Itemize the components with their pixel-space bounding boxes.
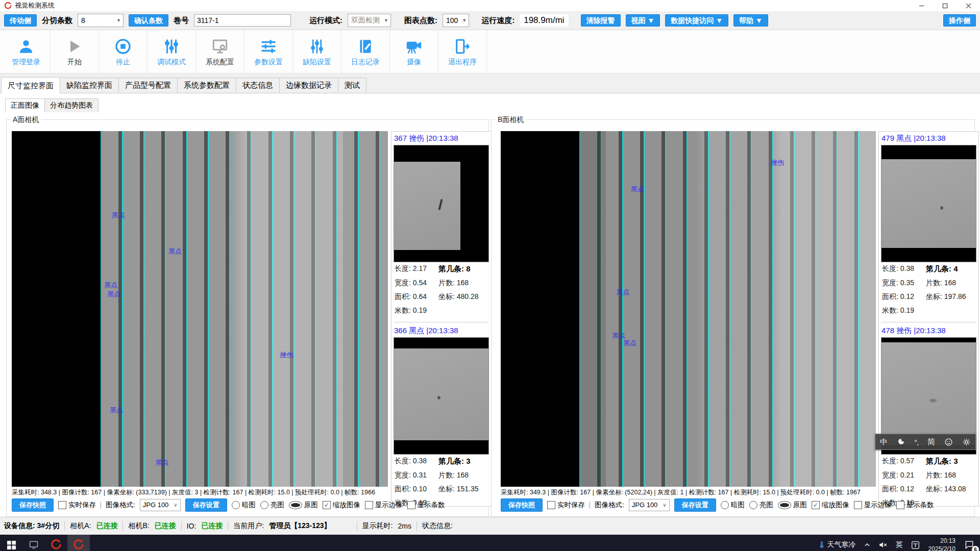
defect-mark [929,398,937,403]
show-count-checkbox[interactable]: 显示条数 [896,500,934,510]
exit-program-button[interactable]: 退出程序 [438,30,487,73]
volume-muted-icon[interactable] [875,535,891,551]
taskbar-app-icon-active[interactable] [67,535,90,551]
dark-image-radio[interactable]: 暗图 [721,500,745,510]
current-user-value: 管理员【123-123】 [269,521,331,531]
tab-defect-monitor[interactable]: 缺陷监控界面 [60,78,119,93]
defect-card[interactable]: 366 黑点 |20:13:38 长度: 0.38第几条: 3 宽度: 0.31… [394,322,489,510]
confirm-count-button[interactable]: 确认条数 [129,14,168,27]
image-format-select[interactable]: JPG 100∨ [629,499,670,511]
notification-badge: 6 [972,546,979,551]
debug-mode-button[interactable]: 调试模式 [148,30,196,73]
device-info-value: 3#分切 [37,521,60,530]
user-icon [16,37,36,56]
tab-trend-chart[interactable]: 分布趋势图表 [44,98,99,112]
help-menu-button[interactable]: 帮助 ▼ [733,14,768,27]
parameter-settings-button[interactable]: 参数设置 [244,30,293,73]
drive-side-button[interactable]: 传动侧 [4,14,37,27]
defect-card[interactable]: 478 挫伤 |20:13:38 长度: 0.57第几条: 3 宽度: 0.21… [881,322,976,510]
fullwidth-moon-icon[interactable] [897,438,905,446]
ime-simplified[interactable]: 简 [927,437,935,447]
run-speed-label: 运行速度: [481,16,514,26]
image-format-select[interactable]: JPG 100∨ [140,499,181,511]
data-quick-access-button[interactable]: 数据快捷访问 ▼ [665,14,728,27]
admin-login-button[interactable]: 管理登录 [2,30,51,73]
tab-status-info[interactable]: 状态信息 [236,78,280,93]
stop-button[interactable]: 停止 [99,30,148,73]
original-image-radio[interactable]: 原图 [289,500,318,510]
slit-count-select[interactable]: 8▼ [78,14,124,27]
camera-b-defect-panel: 479 黑点 |20:13:38 长度: 0.38第几条: 4 宽度: 0.35… [878,131,979,507]
camera-b-image[interactable]: 挫伤黑点黑点黑点黑点 [501,131,876,487]
show-count-checkbox[interactable]: 显示条数 [407,500,445,510]
weather-widget[interactable]: 天气寒冷 [815,535,860,551]
defect-card[interactable]: 367 挫伤 |20:13:38 长度: 2.17第几条: 8 宽度: 0.54… [394,133,489,317]
camera-b-status-line: 采集耗时: 349.3 | 图像计数: 167 | 像素坐标: (5202,24… [501,488,861,497]
camera-a-image[interactable]: 黑点黑点黑点黑点挫伤黑点黑点 [12,131,388,487]
app-logo-icon [4,2,12,10]
ime-tray-icon[interactable] [908,535,923,551]
camera-b-title: B面相机 [496,115,526,124]
original-image-radio[interactable]: 原图 [778,500,807,510]
bright-image-radio[interactable]: 亮图 [260,500,284,510]
defect-thumbnail [394,337,489,455]
defect-card[interactable]: 479 黑点 |20:13:38 长度: 0.38第几条: 4 宽度: 0.35… [881,133,976,317]
save-snapshot-button[interactable]: 保存快照 [501,498,543,512]
record-video-button[interactable]: 摄像 [390,30,438,73]
start-button[interactable]: 开始 [51,30,99,73]
bright-image-radio[interactable]: 亮图 [749,500,773,510]
minimize-button[interactable] [910,0,933,11]
save-snapshot-button[interactable]: 保存快照 [12,498,54,512]
divider [357,521,357,531]
run-mode-select[interactable]: 双面检测▼ [348,14,391,27]
strip-pattern [579,131,876,487]
monitor-gear-icon [210,37,230,56]
defect-overlay-label: 黑点 [110,406,123,415]
tab-system-param-config[interactable]: 系统参数配置 [177,78,236,93]
camera-a-status-line: 采集耗时: 348.3 | 图像计数: 167 | 像素坐标: (333,713… [12,488,375,497]
show-edge-checkbox[interactable]: 显示边缘 [365,500,403,510]
start-button[interactable] [0,535,22,551]
tray-expand-chevron[interactable] [861,535,874,551]
save-settings-button[interactable]: 保存设置 [674,498,716,512]
system-config-button[interactable]: 系统配置 [196,30,244,73]
emoji-icon[interactable] [944,438,953,446]
tab-size-monitor[interactable]: 尺寸监控界面 [1,77,60,93]
ime-mode-chinese[interactable]: 中 [880,437,888,447]
chart-points-select[interactable]: 100▼ [443,14,469,27]
save-settings-button[interactable]: 保存设置 [185,498,227,512]
chevron-down-icon: ▼ [462,18,467,23]
chevron-down-icon: ∨ [174,502,177,508]
log-record-button[interactable]: 日志记录 [341,30,390,73]
taskbar-pinned-icon[interactable] [22,535,45,551]
defect-settings-button[interactable]: 缺陷设置 [293,30,341,73]
settings-gear-icon[interactable] [962,438,971,446]
defect-overlay-label: 黑点 [107,290,120,299]
taskbar-app-icon[interactable] [45,535,67,551]
input-language-indicator[interactable]: 英 [892,535,906,551]
device-info-label: 设备信息: [4,521,35,530]
zoom-image-checkbox[interactable]: ✓缩放图像 [812,500,849,510]
dark-image-radio[interactable]: 暗图 [232,500,256,510]
camera-a-controls: 保存快照 实时保存 图像格式: JPG 100∨ 保存设置 暗图 亮图 原图 ✓… [12,498,445,512]
clear-alarm-button[interactable]: 清除报警 [581,14,621,27]
maximize-button[interactable] [933,0,957,11]
view-menu-button[interactable]: 视图 ▼ [626,14,660,27]
show-edge-checkbox[interactable]: 显示边缘 [854,500,892,510]
tab-test[interactable]: 测试 [338,78,366,93]
render-time-value: 2ms [398,522,411,530]
tab-front-image[interactable]: 正面图像 [5,98,45,112]
realtime-save-checkbox[interactable]: 实时保存 [58,500,96,510]
tab-edge-data-record[interactable]: 边缘数据记录 [279,78,338,93]
roll-number-input[interactable] [194,14,291,27]
punctuation-mode-icon[interactable]: °, [914,438,918,446]
taskbar-clock[interactable]: 20:13 2025/2/10 [924,537,960,551]
realtime-save-checkbox[interactable]: 实时保存 [547,500,585,510]
defect-mark [940,206,943,210]
defect-overlay-label: 黑点 [616,288,629,297]
tab-product-model-config[interactable]: 产品型号配置 [118,78,178,93]
operator-side-button[interactable]: 操作侧 [943,14,976,27]
action-center-button[interactable]: 6 [961,535,978,551]
zoom-image-checkbox[interactable]: ✓缩放图像 [323,500,360,510]
close-button[interactable] [957,0,980,11]
